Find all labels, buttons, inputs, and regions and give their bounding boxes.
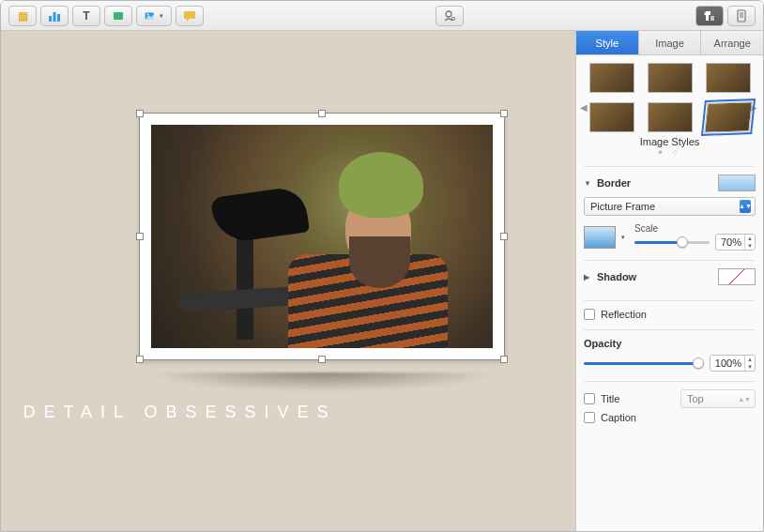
resize-handle-bl[interactable] [136,356,144,363]
title-position-dropdown[interactable]: Top ▲▼ [680,389,756,408]
svg-rect-0 [49,16,52,22]
image-style-thumb[interactable] [589,102,634,132]
caption-label: Caption [601,412,636,423]
opacity-label: Opacity [584,338,756,349]
slide-canvas[interactable]: DETAIL OBSESSIVES [1,31,575,531]
svg-rect-9 [711,16,714,21]
image-styles-label: Image Styles [584,136,756,147]
toolbar-collaborate-button[interactable] [435,6,464,26]
svg-rect-10 [738,10,745,22]
format-inspector: Style Image Arrange ◀ ▶ Image S [575,31,763,531]
toolbar-format-button[interactable] [695,6,724,26]
tab-arrange[interactable]: Arrange [701,31,763,54]
title-position-value: Top [687,393,704,404]
reflection-label: Reflection [601,309,647,320]
svg-rect-1 [53,12,56,22]
image-styles-grid [584,63,756,132]
shadow-label: Shadow [597,271,636,282]
svg-rect-2 [57,14,60,22]
toolbar-media-button[interactable]: ▾ [136,6,172,26]
resize-handle-l[interactable] [136,233,144,240]
svg-point-5 [147,13,149,15]
frame-style-menu[interactable]: ▾ [621,234,629,241]
resize-handle-r[interactable] [500,233,508,240]
reflection-section: Reflection [584,300,756,320]
title-caption-section: Title Top ▲▼ Caption [584,381,756,423]
caption-checkbox[interactable] [584,412,595,423]
toolbar-shape-button[interactable] [104,6,132,26]
toolbar-comment-button[interactable] [176,6,204,26]
opacity-step-down[interactable]: ▼ [745,363,755,371]
toolbar-text-button[interactable]: T [72,6,100,26]
scale-field[interactable]: 70% ▲ ▼ [715,234,756,251]
svg-rect-6 [184,11,195,19]
toolbar-table-button[interactable]: ▦ [8,6,37,26]
border-section: ▼ Border Picture Frame ▲▼ ▾ Scale [584,166,756,251]
shadow-preview-swatch[interactable] [718,268,756,285]
inspector-tabs: Style Image Arrange [576,31,763,55]
styles-prev-arrow[interactable]: ◀ [580,102,589,113]
scale-step-up[interactable]: ▲ [745,235,755,242]
tab-style[interactable]: Style [576,31,639,54]
opacity-section: Opacity 100% ▲ ▼ [584,329,756,372]
resize-handle-br[interactable] [500,356,508,363]
resize-handle-tr[interactable] [500,110,508,117]
frame-style-swatch[interactable] [584,226,616,249]
opacity-field[interactable]: 100% ▲ ▼ [710,355,756,372]
toolbar-document-button[interactable] [727,6,756,26]
opacity-slider[interactable] [584,357,704,370]
border-preview-swatch[interactable] [718,175,756,191]
opacity-step-up[interactable]: ▲ [745,356,755,363]
scale-step-down[interactable]: ▼ [745,242,755,250]
border-type-dropdown[interactable]: Picture Frame ▲▼ [584,197,756,216]
scale-slider[interactable] [634,236,710,249]
svg-point-7 [446,11,451,17]
toolbar-chart-button[interactable] [40,6,69,26]
image-style-thumb[interactable] [589,63,634,93]
chevron-updown-icon: ▲▼ [740,200,751,213]
resize-handle-b[interactable] [318,356,326,363]
shadow-section: ▶ Shadow [584,260,756,291]
scale-value: 70% [716,236,744,248]
reflection-checkbox[interactable] [584,309,595,320]
border-type-value: Picture Frame [590,201,655,212]
opacity-value: 100% [711,357,744,369]
border-label: Border [597,177,631,189]
slide-caption[interactable]: DETAIL OBSESSIVES [1,403,359,422]
styles-page-dots[interactable]: ● ○ [584,147,756,157]
scale-label: Scale [634,223,756,234]
image-content [151,125,493,348]
resize-handle-tl[interactable] [136,110,144,117]
toolbar: ▦ T ▾ [1,1,763,31]
svg-rect-3 [114,12,123,20]
image-style-thumb[interactable] [648,102,693,132]
selected-image[interactable] [140,114,504,359]
border-disclosure[interactable]: ▼ [584,179,593,188]
image-style-thumb[interactable] [648,63,693,93]
title-label: Title [601,393,619,404]
tab-image[interactable]: Image [639,31,702,54]
image-shadow [135,372,510,392]
shadow-disclosure[interactable]: ▶ [584,273,593,281]
chevron-updown-icon: ▲▼ [738,396,751,403]
image-style-thumb[interactable] [706,63,751,93]
image-style-thumb[interactable] [704,101,753,133]
resize-handle-t[interactable] [318,110,326,117]
title-checkbox[interactable] [584,393,595,404]
